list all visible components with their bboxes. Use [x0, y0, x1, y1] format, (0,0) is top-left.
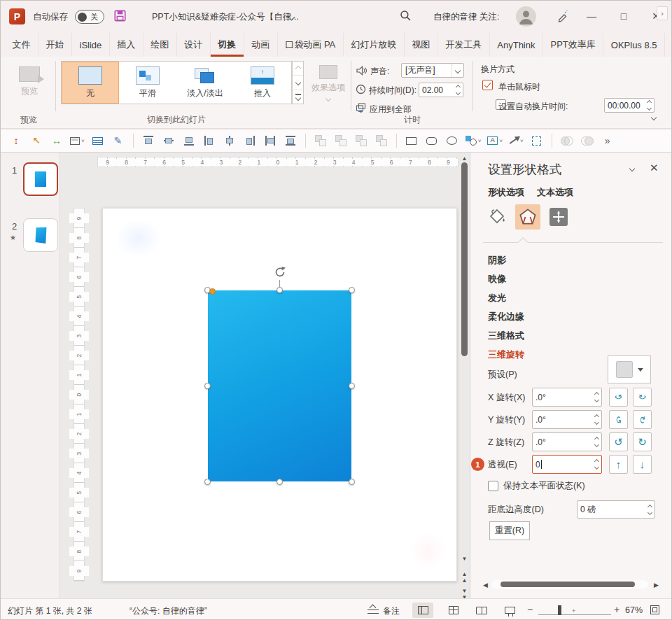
scroll-left-icon[interactable]: ◀ — [483, 582, 488, 589]
fill-line-button[interactable] — [484, 204, 510, 230]
zoom-slider-thumb[interactable] — [558, 605, 561, 615]
account-text[interactable]: 自律的音律 关注: — [433, 11, 499, 23]
x-rotate-left-button[interactable]: ↺ — [609, 388, 628, 407]
more-tools-button[interactable]: » — [601, 133, 615, 148]
ribbon-tab[interactable]: 视图 — [404, 33, 438, 57]
y-rotation-input[interactable]: .0° — [532, 410, 602, 429]
shapes-gallery-button[interactable]: ˅ — [465, 133, 482, 148]
align-right-button[interactable] — [243, 133, 257, 148]
scrollbar-track[interactable] — [491, 580, 648, 589]
ribbon-tab[interactable]: iSlide — [71, 33, 109, 57]
spinner-arrows[interactable] — [592, 393, 598, 402]
z-rotate-right-button[interactable]: ↻ — [633, 432, 652, 451]
tab-overflow-button[interactable]: › — [657, 6, 668, 20]
format-panel-tab[interactable]: 形状选项 — [488, 186, 524, 199]
align-left-button[interactable] — [202, 133, 216, 148]
previous-slide-button[interactable]: ▲▲ — [460, 571, 469, 584]
align-bottom-button[interactable] — [182, 133, 196, 148]
format-painter-button[interactable]: ✎ — [111, 133, 125, 148]
rotate-handle-icon[interactable] — [272, 265, 288, 280]
advance-after-spinner[interactable]: 00:00.00 — [604, 98, 654, 113]
slide-canvas[interactable] — [102, 208, 457, 582]
selected-rectangle-shape[interactable] — [208, 290, 351, 481]
rounded-rectangle-shape-button[interactable] — [425, 133, 439, 148]
notes-label[interactable]: 备注 — [383, 605, 400, 617]
size-properties-button[interactable] — [546, 204, 571, 230]
resize-handle-left[interactable] — [204, 383, 211, 389]
next-slide-button[interactable]: ▼▼ — [460, 588, 469, 598]
ribbon-tab[interactable]: 插入 — [109, 33, 143, 57]
x-rotate-right-button[interactable]: ↻ — [633, 388, 652, 407]
on-mouse-click-label[interactable]: 单击鼠标时 — [498, 81, 540, 93]
canvas-scroll-down-button[interactable]: ▼ — [460, 556, 469, 562]
select-object-button[interactable]: ↖ — [29, 133, 43, 148]
powerpoint-logo-icon[interactable]: P — [9, 8, 25, 24]
transition-none-item[interactable]: 无 — [62, 62, 119, 104]
ellipse-shape-button[interactable] — [445, 133, 459, 148]
collapse-ribbon-icon[interactable] — [651, 115, 657, 120]
slideshow-view-button[interactable] — [499, 603, 520, 618]
z-rotate-left-button[interactable]: ↺ — [609, 432, 628, 451]
resize-handle-bottom[interactable] — [276, 479, 283, 485]
panel-close-button[interactable]: ✕ — [650, 162, 659, 174]
keep-text-flat-label[interactable]: 保持文本平面状态(K) — [503, 480, 585, 492]
pen-icon[interactable] — [556, 10, 569, 22]
ribbon-tab[interactable]: 切换 — [210, 33, 244, 57]
effects-section-item[interactable]: 阴影 — [488, 251, 524, 269]
adjust-handle[interactable] — [209, 288, 216, 295]
ribbon-tab[interactable]: 幻灯片放映 — [343, 33, 404, 57]
slide-thumbnail[interactable] — [23, 162, 58, 196]
effects-section-item[interactable]: 柔化边缘 — [488, 307, 524, 326]
minimize-button[interactable]: — — [576, 1, 607, 31]
resize-handle-right[interactable] — [349, 383, 355, 389]
effects-section-item[interactable]: 发光 — [488, 288, 524, 307]
ribbon-tab[interactable]: 开发工具 — [438, 33, 489, 57]
gallery-scroll-up-button[interactable] — [293, 62, 303, 76]
ribbon-tab[interactable]: 开始 — [38, 33, 71, 57]
zoom-in-button[interactable]: + — [614, 604, 620, 615]
resize-handle-top[interactable] — [276, 287, 283, 293]
gallery-scroll-down-button[interactable] — [293, 76, 303, 90]
spinner-arrows[interactable] — [453, 85, 460, 94]
placeholder-box-button[interactable]: ˅ — [70, 133, 85, 148]
scrollbar-thumb[interactable] — [500, 582, 635, 587]
y-rotate-left-button[interactable]: ↺ — [609, 410, 628, 429]
ribbon-tab[interactable]: PPT效率库 — [542, 33, 603, 57]
fit-to-window-icon[interactable] — [650, 605, 659, 614]
reading-view-button[interactable] — [471, 603, 492, 618]
save-icon[interactable] — [114, 10, 126, 22]
canvas-vertical-scrollbar-thumb[interactable] — [461, 162, 468, 356]
effects-button[interactable] — [515, 204, 540, 230]
preset-dropdown[interactable] — [608, 355, 651, 383]
zoom-level[interactable]: 67% — [625, 605, 643, 615]
resize-handle-top-right[interactable] — [349, 287, 355, 293]
vertical-spacing-button[interactable]: ↕ — [9, 133, 23, 148]
resize-handle-bottom-left[interactable] — [204, 479, 211, 485]
autosave-toggle[interactable]: 关 — [75, 10, 104, 24]
align-middle-button[interactable] — [162, 133, 176, 148]
spinner-arrows[interactable] — [645, 505, 652, 514]
notes-icon[interactable] — [368, 606, 379, 614]
y-rotate-right-button[interactable]: ↻ — [633, 410, 652, 429]
effects-section-item[interactable]: 映像 — [488, 269, 524, 288]
transition-fade-item[interactable]: 淡入/淡出 — [176, 62, 234, 104]
reset-button[interactable]: 重置(R) — [489, 521, 530, 540]
ribbon-tab[interactable]: 绘图 — [143, 33, 176, 57]
maximize-button[interactable]: □ — [608, 1, 639, 31]
transition-morph-item[interactable]: 平滑 — [119, 62, 176, 104]
transition-push-item[interactable]: ↑推入 — [234, 62, 291, 104]
avatar[interactable] — [516, 6, 536, 27]
z-rotation-input[interactable]: .0° — [532, 432, 602, 451]
align-center-button[interactable] — [223, 133, 237, 148]
perspective-decrease-button[interactable]: ↓ — [633, 455, 652, 474]
effects-section-item[interactable]: 三维旋转 — [488, 345, 524, 364]
panel-collapse-icon[interactable] — [629, 166, 635, 171]
perspective-input[interactable]: 0 — [532, 455, 602, 474]
x-rotation-input[interactable]: .0° — [532, 388, 602, 407]
ribbon-tab[interactable]: OKPlus 8.5 — [603, 33, 664, 57]
spinner-arrows[interactable] — [592, 460, 598, 469]
marquee-select-button[interactable] — [530, 133, 544, 148]
spinner-arrows[interactable] — [592, 437, 598, 446]
canvas-scroll-up-button[interactable]: ▲ — [460, 155, 469, 162]
ribbon-tab[interactable]: 设计 — [176, 33, 210, 57]
